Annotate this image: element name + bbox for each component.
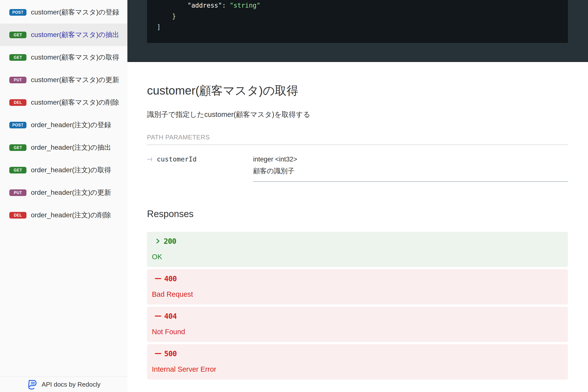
method-badge-put: PUT [9, 77, 26, 83]
method-badge-delete: DEL [9, 99, 26, 106]
response-code: 400 [164, 274, 177, 283]
response-400: 400 Bad Request [147, 269, 568, 304]
sidebar-item-customer-list[interactable]: GET customer(顧客マスタ)の抽出 [0, 24, 128, 46]
sidebar-item-order-delete[interactable]: DEL order_header(注文)の削除 [0, 204, 128, 226]
sidebar-item-order-get[interactable]: GET order_header(注文)の取得 [0, 159, 128, 181]
sidebar: POST customer(顧客マスタ)の登録 GET customer(顧客マ… [0, 0, 128, 392]
code-line: ] [157, 22, 568, 32]
redocly-credit-label: API docs by Redocly [42, 381, 100, 388]
sidebar-item-order-update[interactable]: PUT order_header(注文)の更新 [0, 181, 128, 204]
method-badge-delete: DEL [9, 212, 26, 218]
response-label: Internal Server Error [152, 365, 558, 374]
method-badge-get: GET [9, 32, 26, 38]
dash-icon [155, 316, 161, 316]
response-404: 404 Not Found [147, 307, 568, 342]
code-line: "address": "string" [157, 0, 568, 11]
dash-icon [155, 278, 161, 279]
sidebar-item-order-list[interactable]: GET order_header(注文)の抽出 [0, 136, 128, 159]
response-code: 500 [164, 349, 177, 358]
response-200-toggle[interactable]: 200 [152, 237, 176, 246]
param-description: 顧客の識別子 [253, 166, 568, 176]
operation-title: customer(顧客マスタ)の取得 [147, 83, 298, 98]
sidebar-item-label: customer(顧客マスタ)の登録 [31, 7, 120, 18]
code-sample: "address": "string" } ] [147, 0, 568, 43]
response-label: Bad Request [152, 290, 558, 299]
sidebar-item-label: customer(顧客マスタ)の抽出 [31, 30, 120, 40]
response-404-header: 404 [152, 312, 558, 320]
sidebar-item-label: order_header(注文)の抽出 [31, 142, 120, 153]
responses-heading: Responses [147, 209, 194, 219]
response-code: 404 [164, 312, 177, 320]
response-code: 200 [164, 237, 176, 246]
sidebar-item-customer-get[interactable]: GET customer(顧客マスタ)の取得 [0, 46, 128, 68]
operation-description: 識別子で指定したcustomer(顧客マスタ)を取得する [147, 110, 310, 120]
parameter-row: customerId integer <int32> 顧客の識別子 [147, 155, 568, 182]
json-string-value: "string" [230, 2, 260, 9]
sidebar-item-label: order_header(注文)の登録 [31, 120, 120, 130]
path-parameters-heading: PATH PARAMETERS [147, 134, 568, 145]
responses-list: 200 OK 400 Bad Request 404 Not Found 500… [147, 232, 568, 382]
sidebar-item-order-create[interactable]: POST order_header(注文)の登録 [0, 114, 128, 136]
response-label: Not Found [152, 327, 558, 336]
code-line: } [157, 11, 568, 22]
sidebar-item-label: customer(顧客マスタ)の削除 [31, 97, 120, 108]
param-tree-marker-icon [147, 156, 153, 162]
sidebar-item-label: order_header(注文)の更新 [31, 188, 120, 198]
sidebar-menu: POST customer(顧客マスタ)の登録 GET customer(顧客マ… [0, 1, 128, 226]
response-500: 500 Internal Server Error [147, 344, 568, 380]
method-badge-post: POST [9, 122, 26, 128]
dash-icon [155, 353, 161, 354]
method-badge-get: GET [9, 167, 26, 174]
param-name: customerId [157, 155, 197, 164]
sidebar-item-customer-create[interactable]: POST customer(顧客マスタ)の登録 [0, 1, 128, 24]
sidebar-item-label: order_header(注文)の取得 [31, 165, 120, 175]
sidebar-item-customer-update[interactable]: PUT customer(顧客マスタ)の更新 [0, 68, 128, 91]
response-label: OK [152, 252, 558, 261]
sidebar-item-label: order_header(注文)の削除 [31, 210, 120, 220]
chevron-right-icon [155, 238, 161, 244]
response-samples-panel: "address": "string" } ] [128, 0, 588, 62]
response-400-header: 400 [152, 274, 558, 283]
redocly-logo-icon [27, 379, 38, 390]
param-type: integer <int32> [253, 155, 568, 164]
sidebar-item-label: customer(顧客マスタ)の更新 [31, 75, 120, 85]
method-badge-get: GET [9, 54, 26, 61]
redocly-credit-link[interactable]: API docs by Redocly [0, 376, 128, 392]
response-200: 200 OK [147, 232, 568, 267]
method-badge-post: POST [9, 9, 26, 16]
method-badge-put: PUT [9, 190, 26, 196]
sidebar-item-customer-delete[interactable]: DEL customer(顧客マスタ)の削除 [0, 91, 128, 114]
json-key: "address" [188, 2, 222, 9]
response-500-header: 500 [152, 349, 558, 358]
method-badge-get: GET [9, 144, 26, 151]
sidebar-item-label: customer(顧客マスタ)の取得 [31, 52, 120, 62]
